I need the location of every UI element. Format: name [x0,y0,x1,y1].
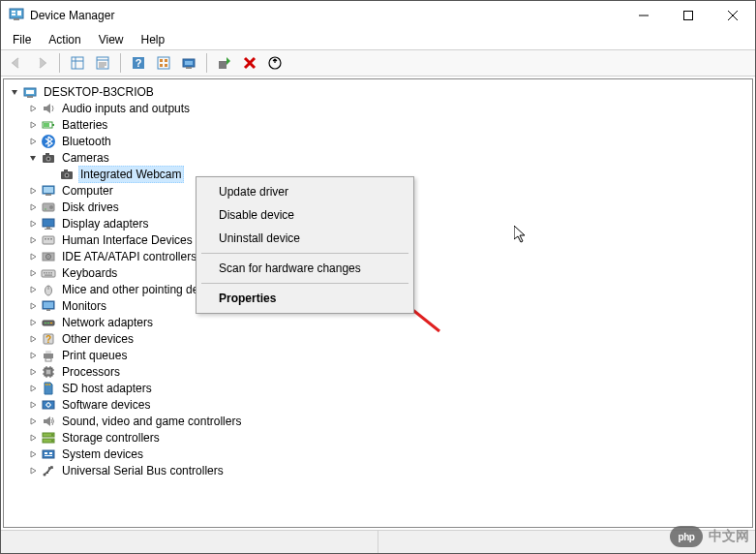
enable-device-button[interactable] [213,51,236,75]
chevron-right-icon[interactable] [27,201,39,213]
svg-rect-71 [44,302,53,308]
watermark-logo: php [670,526,703,547]
menubar: File Action View Help [1,30,755,49]
ctx-properties[interactable]: Properties [199,287,410,310]
scan-hardware-button[interactable] [177,51,200,75]
chevron-right-icon[interactable] [27,234,39,246]
help-toolbar-button[interactable]: ? [127,51,150,75]
tree-item-label: Audio inputs and outputs [60,101,192,116]
tree-item-label: Bluetooth [60,134,113,149]
tree-category-node[interactable]: Sound, video and game controllers [6,413,750,429]
tree-category-node[interactable]: Storage controllers [6,429,750,446]
ctx-disable-device[interactable]: Disable device [199,203,410,227]
svg-rect-81 [45,358,51,361]
forward-button[interactable] [30,51,53,75]
svg-rect-32 [26,90,34,94]
chevron-down-icon[interactable] [27,152,39,164]
svg-rect-63 [44,272,45,274]
svg-point-99 [51,434,53,436]
uninstall-device-button[interactable] [238,51,261,75]
chevron-right-icon[interactable] [27,103,39,114]
chevron-right-icon[interactable] [27,383,39,394]
tree-category-node[interactable]: Processors [6,363,750,380]
tree-category-node[interactable]: Cameras [6,149,750,166]
chevron-right-icon[interactable] [27,416,39,427]
svg-rect-48 [45,194,51,196]
svg-rect-75 [47,323,49,323]
chevron-down-icon[interactable] [9,86,20,98]
sd-icon [41,381,56,396]
tree-category-node[interactable]: ?Other devices [6,330,750,347]
svg-rect-67 [45,274,52,275]
tree-item-label: Keyboards [60,265,119,281]
svg-rect-41 [45,153,49,155]
chevron-right-icon[interactable] [27,465,39,477]
update-driver-button[interactable] [263,51,287,75]
ctx-uninstall-device[interactable]: Uninstall device [199,227,410,250]
chevron-right-icon[interactable] [27,317,39,328]
chevron-right-icon[interactable] [27,366,39,378]
svg-rect-93 [47,384,48,385]
tree-item-label: Other devices [60,331,136,347]
menu-help[interactable]: Help [134,31,173,48]
maximize-button[interactable] [666,1,711,30]
svg-rect-55 [43,236,54,244]
tree-category-node[interactable]: Universal Serial Bus controllers [6,462,750,478]
view-toolbar-button[interactable] [152,51,175,75]
tree-category-node[interactable]: Print queues [6,347,750,363]
usb-icon [41,463,56,478]
chevron-right-icon[interactable] [27,350,39,361]
svg-rect-21 [165,59,167,62]
monitor-icon [41,298,56,314]
svg-rect-20 [160,59,163,62]
svg-rect-94 [49,384,50,385]
menu-view[interactable]: View [91,31,132,48]
chevron-right-icon[interactable] [27,284,39,295]
tree-category-node[interactable]: System devices [6,446,750,462]
svg-rect-22 [160,64,163,67]
tree-category-node[interactable]: Audio inputs and outputs [6,100,750,116]
camera-icon [41,150,56,166]
tree-category-node[interactable]: Network adapters [6,314,750,330]
menu-file[interactable]: File [5,31,39,48]
chevron-right-icon[interactable] [27,267,39,279]
ctx-update-driver[interactable]: Update driver [199,180,410,203]
tree-item-label: Computer [60,183,115,199]
tree-category-node[interactable]: Software devices [6,396,750,413]
computer-icon [41,183,56,199]
back-button[interactable] [5,51,28,75]
minimize-button[interactable] [621,1,666,30]
svg-rect-4 [14,18,19,20]
menu-action[interactable]: Action [41,31,88,48]
ctx-scan-hardware[interactable]: Scan for hardware changes [199,257,410,280]
tree-item-label: Cameras [60,150,111,166]
close-button[interactable] [711,1,755,30]
tree-category-node[interactable]: SD host adapters [6,380,750,396]
chevron-right-icon[interactable] [27,448,39,460]
chevron-right-icon[interactable] [27,218,39,230]
tree-root-node[interactable]: DESKTOP-B3CRIOB [6,83,750,100]
svg-rect-26 [186,67,192,69]
svg-text:?: ? [136,57,142,69]
show-hide-console-tree-button[interactable] [66,51,89,75]
svg-rect-58 [50,238,52,240]
tree-category-node[interactable]: Bluetooth [6,133,750,149]
chevron-right-icon[interactable] [27,432,39,444]
chevron-right-icon[interactable] [27,333,39,345]
chevron-right-icon[interactable] [27,119,39,131]
storage-icon [41,430,56,446]
computer-icon [22,84,38,100]
tree-category-node[interactable]: Batteries [6,116,750,133]
chevron-right-icon[interactable] [27,251,39,262]
chevron-right-icon[interactable] [27,300,39,312]
keyboard-icon [41,265,56,281]
other-icon: ? [41,331,56,347]
ctx-separator [201,253,408,254]
properties-toolbar-button[interactable] [91,51,114,75]
battery-icon [41,117,56,133]
svg-rect-36 [44,123,49,127]
chevron-right-icon[interactable] [27,399,39,411]
content-pane[interactable]: DESKTOP-B3CRIOBAudio inputs and outputsB… [3,78,753,528]
chevron-right-icon[interactable] [27,136,39,147]
chevron-right-icon[interactable] [27,185,39,197]
